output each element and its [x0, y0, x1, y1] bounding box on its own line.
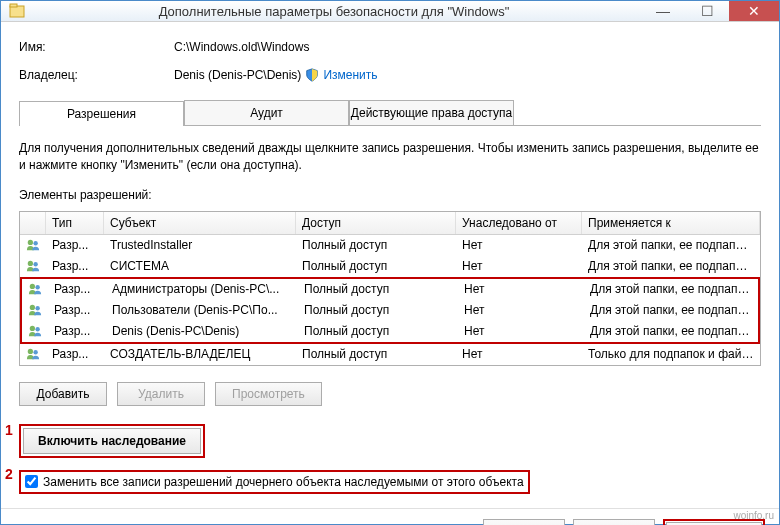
window-icon: [7, 1, 27, 21]
name-value: C:\Windows.old\Windows: [174, 40, 309, 54]
col-subject[interactable]: Субъект: [104, 212, 296, 234]
svg-rect-1: [10, 4, 17, 7]
svg-point-6: [30, 284, 35, 289]
dialog-footer: ОК Отмена Применить: [1, 508, 779, 525]
view-button[interactable]: Просмотреть: [215, 382, 322, 406]
col-type[interactable]: Тип: [46, 212, 104, 234]
cell-inherited: Нет: [458, 322, 584, 340]
replace-label: Заменить все записи разрешений дочернего…: [43, 475, 524, 489]
name-label: Имя:: [19, 40, 174, 54]
table-row[interactable]: Разр... СИСТЕМА Полный доступ Нет Для эт…: [20, 256, 760, 277]
user-icon: [22, 322, 48, 340]
replace-checkbox-row[interactable]: Заменить все записи разрешений дочернего…: [19, 470, 530, 494]
cell-applies: Для этой папки, ее подпапок ...: [584, 322, 758, 340]
table-row[interactable]: Разр... Denis (Denis-PC\Denis) Полный до…: [22, 321, 758, 342]
cell-inherited: Нет: [458, 280, 584, 298]
ok-button[interactable]: ОК: [483, 519, 565, 525]
titlebar: Дополнительные параметры безопасности дл…: [1, 1, 779, 22]
highlighted-rows: Разр... Администраторы (Denis-PC\... Пол…: [20, 277, 760, 344]
apply-button[interactable]: Применить: [666, 522, 762, 525]
cell-access: Полный доступ: [296, 257, 456, 275]
table-row[interactable]: Разр... Пользователи (Denis-PC\По... Пол…: [22, 300, 758, 321]
col-icon[interactable]: [20, 212, 46, 234]
remove-button[interactable]: Удалить: [117, 382, 205, 406]
cell-applies: Для этой папки, ее подпапок ...: [582, 257, 760, 275]
minimize-button[interactable]: —: [641, 1, 685, 21]
cell-inherited: Нет: [456, 257, 582, 275]
svg-point-4: [28, 261, 33, 266]
owner-row: Владелец: Denis (Denis-PC\Denis) Изменит…: [19, 64, 761, 86]
security-dialog: Дополнительные параметры безопасности дл…: [0, 0, 780, 525]
svg-point-13: [33, 350, 37, 354]
table-row[interactable]: Разр... Администраторы (Denis-PC\... Пол…: [22, 279, 758, 300]
window-controls: — ☐ ✕: [641, 1, 779, 21]
annotation-2: 2 Заменить все записи разрешений дочерне…: [19, 466, 761, 498]
cell-access: Полный доступ: [298, 301, 458, 319]
cell-inherited: Нет: [458, 301, 584, 319]
cell-access: Полный доступ: [296, 345, 456, 363]
cell-inherited: Нет: [456, 236, 582, 254]
svg-point-9: [35, 306, 39, 310]
enable-inheritance-button[interactable]: Включить наследование: [23, 428, 201, 454]
user-icon: [20, 345, 46, 363]
cell-access: Полный доступ: [298, 280, 458, 298]
svg-point-3: [33, 241, 37, 245]
table-row[interactable]: Разр... СОЗДАТЕЛЬ-ВЛАДЕЛЕЦ Полный доступ…: [20, 344, 760, 365]
cancel-button[interactable]: Отмена: [573, 519, 655, 525]
cell-inherited: Нет: [456, 345, 582, 363]
svg-point-11: [35, 327, 39, 331]
cell-access: Полный доступ: [296, 236, 456, 254]
cell-subject: СОЗДАТЕЛЬ-ВЛАДЕЛЕЦ: [104, 345, 296, 363]
cell-subject: Denis (Denis-PC\Denis): [106, 322, 298, 340]
add-button[interactable]: Добавить: [19, 382, 107, 406]
annotation-number: 1: [5, 422, 13, 438]
owner-label: Владелец:: [19, 68, 174, 82]
cell-type: Разр...: [46, 345, 104, 363]
shield-icon: [305, 68, 319, 82]
owner-value: Denis (Denis-PC\Denis): [174, 68, 301, 82]
col-applies[interactable]: Применяется к: [582, 212, 760, 234]
tab-permissions[interactable]: Разрешения: [19, 101, 184, 126]
cell-type: Разр...: [48, 280, 106, 298]
inherit-highlight: Включить наследование: [19, 424, 205, 458]
col-access[interactable]: Доступ: [296, 212, 456, 234]
name-row: Имя: C:\Windows.old\Windows: [19, 36, 761, 58]
table-row[interactable]: Разр... TrustedInstaller Полный доступ Н…: [20, 235, 760, 256]
cell-applies: Для этой папки, ее подпапок ...: [582, 236, 760, 254]
close-button[interactable]: ✕: [729, 1, 779, 21]
permissions-grid: Тип Субъект Доступ Унаследовано от Приме…: [19, 211, 761, 366]
tabs: Разрешения Аудит Действующие права досту…: [19, 100, 761, 126]
col-inherited[interactable]: Унаследовано от: [456, 212, 582, 234]
tab-effective[interactable]: Действующие права доступа: [349, 100, 514, 125]
cell-subject: Пользователи (Denis-PC\По...: [106, 301, 298, 319]
cell-applies: Только для подпапок и файл...: [582, 345, 760, 363]
svg-point-5: [33, 262, 37, 266]
annotation-number: 2: [5, 466, 13, 482]
maximize-button[interactable]: ☐: [685, 1, 729, 21]
change-owner-link[interactable]: Изменить: [323, 68, 377, 82]
grid-header: Тип Субъект Доступ Унаследовано от Приме…: [20, 212, 760, 235]
cell-type: Разр...: [48, 322, 106, 340]
watermark: woinfo.ru: [733, 510, 774, 521]
cell-subject: СИСТЕМА: [104, 257, 296, 275]
tab-audit[interactable]: Аудит: [184, 100, 349, 125]
cell-type: Разр...: [46, 257, 104, 275]
cell-subject: Администраторы (Denis-PC\...: [106, 280, 298, 298]
cell-applies: Для этой папки, ее подпапок ...: [584, 301, 758, 319]
svg-rect-0: [10, 6, 24, 17]
section-label: Элементы разрешений:: [19, 188, 761, 202]
description-text: Для получения дополнительных сведений дв…: [19, 140, 761, 174]
svg-point-12: [28, 349, 33, 354]
user-icon: [20, 236, 46, 254]
window-title: Дополнительные параметры безопасности дл…: [27, 4, 641, 19]
cell-applies: Для этой папки, ее подпапок ...: [584, 280, 758, 298]
row-action-buttons: Добавить Удалить Просмотреть: [19, 382, 761, 406]
svg-point-2: [28, 240, 33, 245]
dialog-content: Имя: C:\Windows.old\Windows Владелец: De…: [1, 22, 779, 508]
replace-checkbox[interactable]: [25, 475, 38, 488]
svg-point-10: [30, 326, 35, 331]
svg-point-7: [35, 285, 39, 289]
cell-type: Разр...: [46, 236, 104, 254]
cell-access: Полный доступ: [298, 322, 458, 340]
user-icon: [22, 280, 48, 298]
